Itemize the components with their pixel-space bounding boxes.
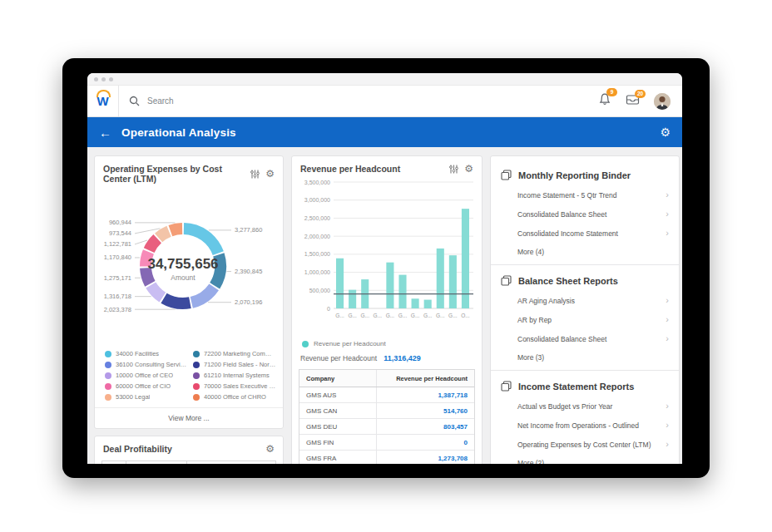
report-link[interactable]: AR by Rep› bbox=[491, 310, 679, 329]
view-more-button[interactable]: View More ... bbox=[95, 407, 283, 428]
donut-value-label: 973,544 bbox=[109, 229, 131, 237]
y-tick-label: 2,500,000 bbox=[304, 215, 330, 221]
inbox-button[interactable]: 20 bbox=[626, 94, 640, 109]
report-link-label: Consolidated Balance Sheet bbox=[517, 335, 666, 343]
bar[interactable] bbox=[386, 263, 393, 308]
bar[interactable] bbox=[349, 290, 356, 308]
opex-donut-chart[interactable]: 960,944973,5441,122,7811,170,8401,275,17… bbox=[95, 187, 271, 343]
report-link[interactable]: Operating Expenses by Cost Center (LTM)› bbox=[491, 435, 679, 454]
legend-item[interactable]: 61210 Internal Systems bbox=[193, 372, 276, 379]
donut-value-label: 2,070,196 bbox=[235, 298, 262, 306]
legend-label: Revenue per Headcount bbox=[314, 340, 386, 347]
binder-icon bbox=[501, 170, 512, 180]
more-link[interactable]: More (4) bbox=[491, 243, 679, 263]
y-tick-label: 1,500,000 bbox=[304, 251, 330, 257]
revenue-total-value[interactable]: 11,316,429 bbox=[384, 354, 421, 362]
more-link[interactable]: More (2) bbox=[491, 454, 679, 464]
legend-item[interactable]: 53000 Legal bbox=[105, 393, 188, 401]
revenue-value-link[interactable]: 1,387,718 bbox=[377, 392, 474, 399]
bar[interactable] bbox=[449, 255, 457, 308]
bar[interactable] bbox=[424, 300, 432, 308]
deal-panel-title: Deal Profitability bbox=[103, 444, 265, 454]
deal-settings-gear-icon[interactable]: ⚙ bbox=[265, 444, 275, 454]
report-link[interactable]: Net Income from Operations - Outlined› bbox=[491, 416, 679, 435]
revenue-panel-header: Revenue per Headcount ⚙ bbox=[292, 156, 482, 177]
revenue-table-header: Company Revenue per Headcount bbox=[299, 370, 474, 387]
workday-logo[interactable]: W bbox=[87, 86, 119, 116]
window-dot[interactable] bbox=[94, 77, 98, 81]
legend-dot bbox=[105, 383, 111, 390]
legend-item[interactable]: 36100 Consulting Services - N... bbox=[105, 361, 188, 368]
chevron-right-icon: › bbox=[666, 334, 669, 343]
bar[interactable] bbox=[462, 209, 469, 308]
window-dot[interactable] bbox=[109, 77, 113, 81]
chevron-right-icon: › bbox=[666, 421, 669, 430]
search-bar[interactable] bbox=[119, 96, 598, 106]
revenue-value-link[interactable]: 1,273,708 bbox=[377, 455, 474, 462]
donut-value-label: 2,023,378 bbox=[104, 306, 131, 313]
donut-segment[interactable] bbox=[164, 298, 190, 303]
dashboard-content: Operating Expenses by Cost Center (LTM) … bbox=[87, 147, 682, 464]
bar[interactable] bbox=[437, 249, 444, 308]
app-window: W 9 20 bbox=[87, 73, 682, 464]
reports-panel: Monthly Reporting BinderIncome Statement… bbox=[490, 155, 680, 464]
legend-item[interactable]: 71200 Field Sales - North Ame... bbox=[193, 361, 276, 368]
legend-label: 34000 Facilities bbox=[116, 350, 159, 357]
donut-segment[interactable] bbox=[149, 239, 157, 250]
donut-value-label: 1,316,718 bbox=[104, 293, 131, 300]
donut-segment[interactable] bbox=[151, 285, 162, 298]
revenue-value-link[interactable]: 803,457 bbox=[377, 423, 474, 431]
profile-avatar[interactable] bbox=[654, 93, 671, 110]
search-input[interactable] bbox=[146, 96, 315, 106]
window-dot[interactable] bbox=[101, 77, 106, 81]
report-link[interactable]: Actual vs Budget vs Prior Year› bbox=[491, 397, 679, 416]
report-link[interactable]: Consolidated Balance Sheet› bbox=[491, 204, 679, 224]
legend-item[interactable]: 60000 Office of CIO bbox=[105, 382, 188, 390]
opex-settings-gear-icon[interactable]: ⚙ bbox=[265, 169, 275, 179]
donut-segment[interactable] bbox=[191, 287, 214, 302]
revenue-settings-gear-icon[interactable]: ⚙ bbox=[464, 164, 473, 174]
revenue-value-link[interactable]: 514,760 bbox=[377, 407, 474, 415]
donut-value-label: 960,944 bbox=[109, 219, 131, 226]
filter-sliders-icon[interactable] bbox=[449, 165, 458, 174]
legend-item[interactable]: 72200 Marketing Communicat... bbox=[193, 350, 276, 357]
chevron-right-icon: › bbox=[666, 401, 669, 411]
revenue-bar-chart[interactable]: 0500,0001,000,0001,500,0002,000,0002,500… bbox=[297, 177, 475, 335]
bar[interactable] bbox=[398, 275, 406, 308]
report-link[interactable]: Consolidated Balance Sheet› bbox=[491, 329, 679, 348]
opex-panel-title: Operating Expenses by Cost Center (LTM) bbox=[103, 164, 250, 184]
x-tick-label: G... bbox=[423, 313, 433, 318]
chevron-right-icon: › bbox=[666, 440, 669, 449]
donut-value-label: 1,122,781 bbox=[104, 240, 131, 248]
bar[interactable] bbox=[412, 298, 419, 308]
back-button[interactable]: ← bbox=[99, 126, 111, 139]
table-row: GMS DEU803,457 bbox=[299, 419, 474, 435]
legend-label: 70000 Sales Executive Mgmt bbox=[204, 382, 276, 390]
legend-dot bbox=[193, 383, 200, 390]
deal-total-header: Total bbox=[187, 461, 275, 464]
report-link[interactable]: Income Statement - 5 Qtr Trend› bbox=[491, 185, 679, 204]
legend-label: 10000 Office of CEO bbox=[116, 372, 173, 379]
more-link[interactable]: More (3) bbox=[491, 348, 679, 368]
report-link[interactable]: Consolidated Income Statement› bbox=[491, 224, 679, 243]
donut-segment[interactable] bbox=[184, 229, 218, 254]
revenue-value-link[interactable]: 0 bbox=[377, 439, 474, 446]
notifications-button[interactable]: 9 bbox=[598, 92, 611, 110]
donut-value-label: 1,275,171 bbox=[104, 274, 131, 282]
donut-segment[interactable] bbox=[159, 231, 170, 238]
company-cell: GMS AUS bbox=[299, 387, 377, 402]
chevron-right-icon: › bbox=[666, 190, 669, 200]
donut-value-label: 2,390,845 bbox=[235, 268, 262, 275]
legend-item[interactable]: 70000 Sales Executive Mgmt bbox=[193, 382, 276, 390]
legend-dot bbox=[193, 351, 200, 357]
report-link[interactable]: AR Aging Analysis› bbox=[491, 291, 679, 310]
filter-sliders-icon[interactable] bbox=[250, 170, 260, 179]
legend-item[interactable]: 10000 Office of CEO bbox=[105, 372, 188, 379]
report-section: Monthly Reporting BinderIncome Statement… bbox=[491, 160, 679, 264]
donut-segment[interactable] bbox=[171, 229, 182, 231]
bar[interactable] bbox=[336, 259, 344, 308]
deal-panel-header: Deal Profitability ⚙ bbox=[95, 436, 283, 457]
legend-item[interactable]: 34000 Facilities bbox=[105, 350, 188, 357]
legend-item[interactable]: 40000 Office of CHRO bbox=[193, 393, 276, 401]
page-settings-gear-icon[interactable]: ⚙ bbox=[660, 126, 671, 138]
